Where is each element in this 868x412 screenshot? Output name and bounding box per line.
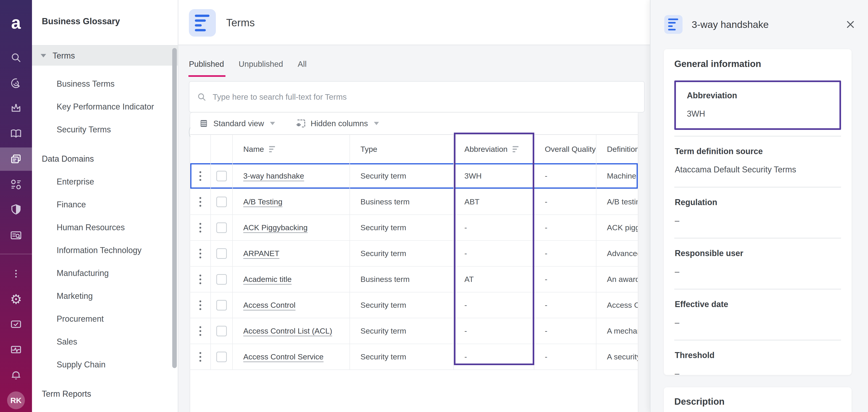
tab[interactable]: Unpublished <box>239 59 283 71</box>
avatar[interactable]: RK <box>6 390 26 411</box>
catalog-grid-icon[interactable] <box>6 174 26 195</box>
table-row[interactable]: Access Control Service Security term - -… <box>190 344 638 370</box>
field-label: Regulation <box>675 198 841 207</box>
sidebar-item-label: Manufacturing <box>57 268 109 278</box>
sidebar-item[interactable]: Terms <box>32 46 178 66</box>
bell-icon[interactable] <box>6 365 26 385</box>
sidebar-item[interactable]: Procurement <box>32 307 178 330</box>
term-name-link[interactable]: 3-way handshake <box>243 172 304 180</box>
row-actions-cell <box>190 318 211 344</box>
radar-icon[interactable] <box>6 73 26 93</box>
row-checkbox[interactable] <box>216 223 227 233</box>
table-row[interactable]: ARPANET Security term - - Advanced Re <box>190 241 638 267</box>
term-name-link[interactable]: ARPANET <box>243 249 279 258</box>
tasks-check-icon[interactable] <box>6 314 26 334</box>
detail-field: Regulation – <box>674 187 841 238</box>
sidebar-item[interactable]: Information Technology <box>32 239 178 262</box>
row-checkbox[interactable] <box>216 197 227 207</box>
tab-label: All <box>298 59 307 68</box>
detail-field: Term definition source Ataccama Default … <box>674 136 841 187</box>
row-checkbox[interactable] <box>216 326 227 336</box>
cell-definition: Access Cont <box>596 292 638 318</box>
hidden-columns-label: Hidden columns <box>311 119 368 128</box>
shield-icon[interactable] <box>6 199 26 220</box>
table-row[interactable]: Academic title Business term AT - An awa… <box>190 267 638 292</box>
table-row[interactable]: Access Control Security term - - Access … <box>190 292 638 318</box>
terms-table-card: Standard view Hidden columns Name Type A… <box>190 113 638 412</box>
search-icon[interactable] <box>6 47 26 68</box>
sidebar-item-label: Key Performance Indicator <box>57 102 154 112</box>
row-menu-kebab-icon[interactable] <box>199 274 201 284</box>
gear-icon[interactable]: ⚙ <box>6 289 26 310</box>
row-checkbox[interactable] <box>216 352 227 362</box>
ataccama-logo[interactable]: a <box>6 12 26 33</box>
column-header-name[interactable]: Name <box>233 135 350 163</box>
term-name-link[interactable]: A/B Testing <box>243 197 282 206</box>
sort-icon[interactable] <box>513 146 519 152</box>
column-header-abbreviation[interactable]: Abbreviation <box>454 135 534 163</box>
crown-icon[interactable] <box>6 98 26 118</box>
column-header-overall-quality[interactable]: Overall Quality <box>534 135 596 163</box>
sidebar-item[interactable]: Key Performance Indicator <box>32 95 178 118</box>
view-selector[interactable]: Standard view <box>199 118 275 128</box>
table-row[interactable]: ACK Piggybacking Security term - - ACK p… <box>190 215 638 241</box>
hidden-columns-button[interactable]: Hidden columns <box>296 118 379 129</box>
row-menu-kebab-icon[interactable] <box>199 300 201 310</box>
sidebar-item[interactable]: Supply Chain <box>32 353 178 376</box>
term-name-link[interactable]: Access Control Service <box>243 352 323 361</box>
table-controls: Standard view Hidden columns <box>190 113 638 134</box>
term-name-link[interactable]: Academic title <box>243 275 292 284</box>
sidebar-item[interactable]: Marketing <box>32 285 178 307</box>
sidebar-item-label: Finance <box>57 200 86 209</box>
sort-icon[interactable] <box>269 146 275 152</box>
tab[interactable]: Published <box>189 59 224 71</box>
cell-overall-quality: - <box>534 292 596 318</box>
close-icon[interactable] <box>845 19 856 30</box>
term-name-link[interactable]: Access Control List (ACL) <box>243 326 332 335</box>
more-kebab-icon[interactable] <box>6 263 26 284</box>
sidebar-item[interactable]: Data Domains <box>32 147 178 170</box>
sidebar-item[interactable]: Manufacturing <box>32 262 178 285</box>
row-menu-kebab-icon[interactable] <box>199 352 201 362</box>
chevron-down-icon <box>374 122 379 125</box>
tab[interactable]: All <box>298 59 307 71</box>
cell-abbreviation: - <box>454 292 534 318</box>
cell-abbreviation: - <box>454 318 534 344</box>
chevron-down-icon <box>270 122 275 125</box>
book-icon[interactable] <box>6 123 26 144</box>
cell-overall-quality: - <box>534 318 596 344</box>
row-checkbox[interactable] <box>216 274 227 285</box>
column-header-definition[interactable]: Definition <box>596 135 638 163</box>
sidebar-scrollbar[interactable] <box>172 48 177 368</box>
row-checkbox[interactable] <box>216 300 227 311</box>
hidden-columns-icon <box>296 118 306 129</box>
sidebar-item[interactable]: Enterprise <box>32 170 178 193</box>
row-menu-kebab-icon[interactable] <box>199 249 201 258</box>
column-header-type[interactable]: Type <box>350 135 454 163</box>
term-name-link[interactable]: Access Control <box>243 301 296 310</box>
row-checkbox[interactable] <box>216 171 227 181</box>
term-name-link[interactable]: ACK Piggybacking <box>243 223 308 232</box>
glossary-copy-icon[interactable] <box>6 149 26 169</box>
data-quality-search-icon[interactable] <box>6 225 26 245</box>
monitoring-pulse-icon[interactable] <box>6 339 26 360</box>
row-actions-cell <box>190 292 211 318</box>
cell-definition: Machine A se <box>596 163 638 188</box>
sidebar-item[interactable]: Business Terms <box>32 72 178 95</box>
row-menu-kebab-icon[interactable] <box>199 197 201 207</box>
rail-divider <box>0 254 32 254</box>
sidebar-item[interactable]: Finance <box>32 193 178 216</box>
sidebar-item[interactable]: Human Resources <box>32 216 178 239</box>
sidebar-item[interactable]: Sales <box>32 330 178 353</box>
field-label: Effective date <box>675 299 841 309</box>
row-checkbox[interactable] <box>216 248 227 259</box>
table-row[interactable]: A/B Testing Business term ABT - A/B test… <box>190 189 638 215</box>
row-menu-kebab-icon[interactable] <box>199 223 201 233</box>
table-row[interactable]: Access Control List (ACL) Security term … <box>190 318 638 344</box>
sidebar-item[interactable]: Term Reports <box>32 383 178 405</box>
row-menu-kebab-icon[interactable] <box>199 326 201 336</box>
search-input[interactable] <box>213 92 601 101</box>
table-row[interactable]: 3-way handshake Security term 3WH - Mach… <box>190 163 638 189</box>
row-menu-kebab-icon[interactable] <box>199 171 201 181</box>
sidebar-item[interactable]: Security Terms <box>32 118 178 141</box>
